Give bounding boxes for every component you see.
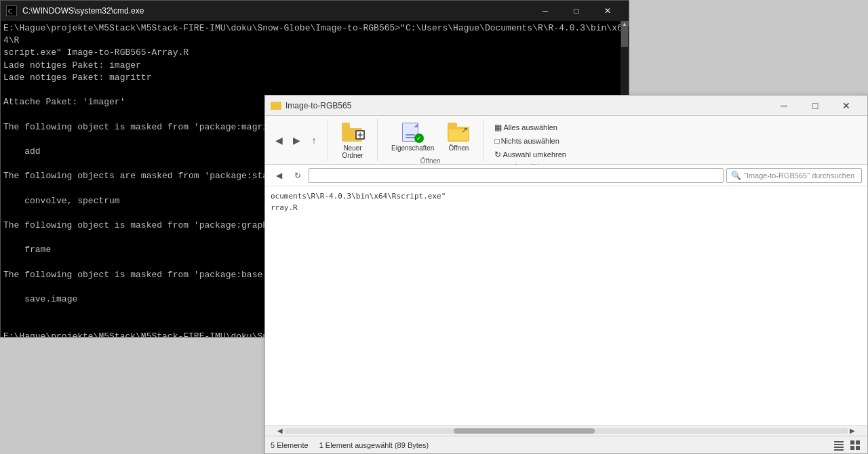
ribbon-group-oeffnen: ✓ Eigenschaften ↗ [386, 119, 484, 161]
select-all-label: Alles auswählen [503, 123, 557, 131]
cmd-scrollbar-thumb[interactable] [621, 26, 628, 47]
ribbon-neu-buttons: + NeuerOrdner [336, 119, 369, 162]
open-button[interactable]: ↗ Öffnen [442, 119, 475, 154]
cmd-title: C:\WINDOWS\system32\cmd.exe [22, 6, 144, 16]
properties-button[interactable]: ✓ Eigenschaften [386, 119, 439, 154]
status-left: 5 Elemente 1 Element ausgewählt (89 Byte… [271, 441, 429, 449]
svg-rect-7 [856, 440, 860, 445]
ribbon-nav-buttons: ◀ ▶ ↑ [271, 132, 322, 148]
invert-selection-icon: ↻ [494, 150, 501, 159]
ribbon-group-neu: + NeuerOrdner Neu [336, 119, 378, 161]
cmd-titlebar-controls: ─ □ ✕ [530, 1, 623, 21]
svg-rect-9 [856, 446, 860, 450]
cmd-close-button[interactable]: ✕ [592, 1, 623, 21]
element-count: 5 Elemente [271, 441, 309, 449]
search-icon: 🔍 [731, 171, 741, 180]
select-all-icon: ▦ [494, 123, 502, 132]
scrollbar-thumb[interactable] [454, 428, 595, 434]
ribbon-back-button[interactable]: ◀ [271, 132, 287, 148]
explorer-maximize-button[interactable]: □ [800, 96, 831, 116]
invert-selection-button[interactable]: ↻ Auswahl umkehren [492, 148, 569, 161]
ribbon-group-auswaehlen: ▦ Alles auswählen □ Nichts auswählen ↻ A… [492, 119, 577, 161]
invert-selection-label: Auswahl umkehren [502, 150, 566, 159]
svg-rect-8 [850, 446, 854, 450]
svg-rect-5 [834, 449, 844, 451]
explorer-title-text: Image-to-RGB565 [285, 101, 351, 110]
address-box[interactable] [309, 168, 724, 183]
select-none-label: Nichts auswählen [501, 137, 559, 145]
new-folder-icon: + [342, 121, 363, 143]
svg-rect-2 [834, 441, 844, 442]
svg-rect-4 [834, 447, 844, 448]
select-none-button[interactable]: □ Nichts auswählen [492, 135, 569, 147]
new-folder-label: NeuerOrdner [342, 144, 363, 159]
explorer-content: ocuments\R\R-4.0.3\bin\x64\Rscript.exe" … [265, 186, 867, 425]
content-path-line-1: ocuments\R\R-4.0.3\bin\x64\Rscript.exe" [271, 192, 862, 201]
properties-label: Eigenschaften [391, 144, 434, 152]
explorer-close-button[interactable]: ✕ [831, 96, 862, 116]
search-placeholder: "Image-to-RGB565" durchsuchen [744, 171, 854, 180]
cmd-app-icon: C [6, 5, 17, 16]
explorer-statusbar: 5 Elemente 1 Element ausgewählt (89 Byte… [265, 436, 867, 453]
address-back-button[interactable]: ◀ [271, 167, 287, 184]
view-details-button[interactable] [832, 438, 846, 452]
select-all-button[interactable]: ▦ Alles auswählen [492, 121, 569, 133]
horizontal-scrollbar[interactable]: ◀ ▶ [265, 425, 867, 436]
scroll-right-arrow[interactable]: ▶ [848, 427, 856, 434]
svg-text:C: C [8, 7, 13, 15]
explorer-window: Image-to-RGB565 ─ □ ✕ ◀ ▶ ↑ [264, 95, 868, 454]
ribbon-up-button[interactable]: ↑ [306, 132, 322, 148]
selected-count: 1 Element ausgewählt (89 Bytes) [319, 441, 429, 449]
explorer-controls: ─ □ ✕ [768, 96, 862, 116]
cmd-scroll-up[interactable]: ▲ [620, 21, 629, 26]
svg-rect-3 [834, 444, 844, 445]
scroll-left-arrow[interactable]: ◀ [276, 427, 284, 434]
ribbon-oeffnen-group-label: Öffnen [420, 157, 441, 165]
content-path-line-2: rray.R [271, 203, 862, 212]
ribbon-nav-area: ◀ ▶ ↑ [271, 119, 328, 161]
cmd-titlebar: C C:\WINDOWS\system32\cmd.exe ─ □ ✕ [1, 1, 629, 21]
explorer-title-left: Image-to-RGB565 [271, 101, 351, 110]
status-right [832, 438, 862, 452]
open-label: Öffnen [448, 144, 469, 152]
scrollbar-track [284, 428, 848, 434]
ribbon-forward-button[interactable]: ▶ [288, 132, 304, 148]
explorer-minimize-button[interactable]: ─ [768, 96, 800, 116]
explorer-main: ocuments\R\R-4.0.3\bin\x64\Rscript.exe" … [265, 186, 867, 425]
svg-rect-6 [850, 440, 854, 445]
properties-check-badge: ✓ [414, 133, 424, 143]
new-folder-button[interactable]: + NeuerOrdner [336, 119, 369, 162]
cmd-titlebar-left: C C:\WINDOWS\system32\cmd.exe [6, 5, 144, 16]
explorer-folder-icon [271, 102, 281, 110]
address-refresh-button[interactable]: ↻ [290, 167, 306, 184]
cmd-minimize-button[interactable]: ─ [530, 1, 561, 21]
ribbon-auswaehlen-small-buttons: ▦ Alles auswählen □ Nichts auswählen ↻ A… [492, 121, 569, 161]
view-icons-button[interactable] [848, 438, 862, 452]
content-text-area: ocuments\R\R-4.0.3\bin\x64\Rscript.exe" … [271, 192, 862, 419]
search-box[interactable]: 🔍 "Image-to-RGB565" durchsuchen [726, 168, 862, 183]
explorer-address-bar: ◀ ↻ 🔍 "Image-to-RGB565" durchsuchen [265, 165, 867, 186]
properties-icon: ✓ [402, 121, 424, 143]
ribbon-oeffnen-buttons: ✓ Eigenschaften ↗ [386, 119, 475, 154]
open-icon: ↗ [448, 121, 469, 143]
select-none-icon: □ [494, 136, 499, 146]
explorer-titlebar: Image-to-RGB565 ─ □ ✕ [265, 96, 867, 116]
explorer-ribbon: ◀ ▶ ↑ + NeuerOrdner [265, 116, 867, 165]
cmd-maximize-button[interactable]: □ [561, 1, 592, 21]
